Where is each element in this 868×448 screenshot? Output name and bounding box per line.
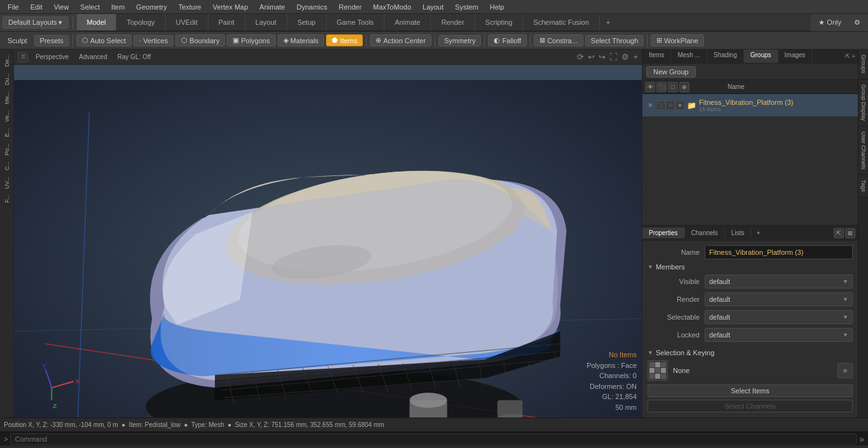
- new-group-button[interactable]: New Group: [646, 66, 696, 78]
- rp-tab-groups[interactable]: Groups: [744, 50, 778, 63]
- group-sm-icon1[interactable]: ⬛: [656, 101, 665, 110]
- prop-selectable-select[interactable]: default ▼: [705, 310, 853, 324]
- tab-topology[interactable]: Topology: [116, 14, 165, 31]
- tab-setup[interactable]: Setup: [287, 14, 327, 31]
- menu-select[interactable]: Select: [75, 2, 105, 12]
- ls-item-uv[interactable]: UV...: [3, 174, 11, 191]
- gl-render-icon[interactable]: ⬛: [656, 82, 667, 92]
- rs-user-channels-label[interactable]: User Channels: [858, 126, 868, 175]
- presets-button[interactable]: Presets: [34, 35, 69, 46]
- rp-plus-icon[interactable]: +: [851, 53, 855, 60]
- rp-expand-icon[interactable]: ⇱: [845, 53, 850, 60]
- constraints-button[interactable]: ⊠ Constra...: [534, 34, 583, 46]
- vertices-button[interactable]: · Vertices: [133, 35, 173, 46]
- sk-section-header[interactable]: ▼ Selection & Keying: [648, 349, 853, 356]
- ls-item-me[interactable]: Me...: [3, 89, 11, 107]
- ls-item-f[interactable]: F...: [3, 193, 11, 205]
- pt-expand-icon[interactable]: ⇱: [834, 228, 844, 238]
- group-sm-icon2[interactable]: □: [666, 101, 675, 110]
- viewport-menu-icon[interactable]: ☰: [18, 52, 28, 62]
- rs-tags-label[interactable]: Tags: [858, 175, 868, 198]
- menu-item[interactable]: Item: [106, 2, 130, 12]
- pt-tab-properties[interactable]: Properties: [642, 227, 685, 238]
- prop-members-section[interactable]: ▼ Members: [642, 261, 858, 273]
- menu-edit[interactable]: Edit: [25, 2, 48, 12]
- group-item[interactable]: 👁 ⬛ □ ⊕ 📁 Fitness_Vibration_Platform (3)…: [642, 94, 858, 117]
- menu-dynamics[interactable]: Dynamics: [292, 2, 332, 12]
- sk-expand-button[interactable]: »: [837, 363, 853, 378]
- group-list[interactable]: 👁 ⬛ □ ⊕ 📁 Fitness_Vibration_Platform (3)…: [642, 94, 858, 225]
- tab-uvedit[interactable]: UVEdit: [166, 14, 208, 31]
- tab-paint[interactable]: Paint: [208, 14, 245, 31]
- items-button[interactable]: ⬟ Items: [326, 34, 363, 46]
- menu-animate[interactable]: Animate: [254, 2, 290, 12]
- viewport-maximize-icon[interactable]: ⛶: [609, 52, 618, 62]
- auto-select-button[interactable]: ⬡ Auto Select: [76, 34, 132, 46]
- pt-tab-channels[interactable]: Channels: [685, 227, 725, 238]
- menu-maxtomodo[interactable]: MaxToModo: [368, 2, 416, 12]
- boundary-button[interactable]: ⬡ Boundary: [175, 34, 225, 46]
- group-eye-icon[interactable]: 👁: [645, 100, 655, 111]
- viewport[interactable]: ☰ Perspective Advanced Ray GL: Off ⟳ ↩ ↪…: [14, 50, 642, 417]
- tab-animate[interactable]: Animate: [384, 14, 431, 31]
- menu-vertex-map[interactable]: Vertex Map: [208, 2, 254, 12]
- viewport-rotate-icon[interactable]: ⟳: [577, 52, 584, 62]
- viewport-perspective[interactable]: Perspective: [33, 52, 71, 62]
- tab-plus[interactable]: +: [600, 16, 616, 29]
- rs-groups-label[interactable]: Groups: [858, 50, 868, 79]
- menu-file[interactable]: File: [3, 2, 24, 12]
- prop-name-input[interactable]: [705, 245, 853, 259]
- viewport-redo-icon[interactable]: ↪: [599, 52, 606, 62]
- ls-item-c[interactable]: C...: [3, 159, 11, 173]
- select-items-button[interactable]: Select Items: [648, 384, 853, 397]
- gl-display-icon[interactable]: □: [668, 82, 678, 92]
- symmetry-button[interactable]: Symmetry: [438, 35, 482, 46]
- action-center-button[interactable]: ⊕ Action Center: [370, 34, 431, 46]
- ls-item-du[interactable]: Du...: [3, 71, 11, 88]
- layouts-dropdown[interactable]: Default Layouts ▾: [3, 17, 69, 29]
- viewport-advanced[interactable]: Advanced: [76, 52, 109, 62]
- pt-shrink-icon[interactable]: ⊠: [845, 228, 855, 238]
- only-button[interactable]: ★ Only: [813, 17, 846, 28]
- menu-system[interactable]: System: [450, 2, 484, 12]
- ls-item-po[interactable]: Po...: [3, 141, 11, 158]
- prop-render-select[interactable]: default ▼: [705, 292, 853, 306]
- polygons-button[interactable]: ▣ Polygons: [227, 34, 275, 46]
- viewport-settings-icon[interactable]: ⚙: [621, 52, 629, 62]
- select-through-button[interactable]: Select Through: [585, 35, 644, 46]
- sk-none-icon-box[interactable]: [648, 360, 668, 381]
- menu-render[interactable]: Render: [334, 2, 367, 12]
- tab-game-tools[interactable]: Game Tools: [327, 14, 385, 31]
- tab-scripting[interactable]: Scripting: [475, 14, 524, 31]
- rs-group-display-label[interactable]: Group Display: [858, 79, 868, 126]
- ls-item-e[interactable]: E...: [3, 126, 11, 140]
- settings-icon[interactable]: ⚙: [849, 17, 865, 28]
- sculpt-button[interactable]: Sculpt: [3, 36, 32, 46]
- viewport-ray-gl[interactable]: Ray GL: Off: [115, 52, 154, 62]
- tab-schematic[interactable]: Schematic Fusion: [523, 14, 599, 31]
- menu-help[interactable]: Help: [485, 2, 510, 12]
- menu-texture[interactable]: Texture: [173, 2, 207, 12]
- rp-tab-items[interactable]: Items: [642, 50, 671, 63]
- tab-layout[interactable]: Layout: [245, 14, 287, 31]
- rp-tab-shading[interactable]: Shading: [707, 50, 744, 63]
- group-sm-icon3[interactable]: ⊕: [675, 101, 684, 110]
- tab-render[interactable]: Render: [431, 14, 475, 31]
- viewport-plus-icon[interactable]: +: [633, 52, 638, 62]
- workplane-button[interactable]: ⊞ WorkPlane: [651, 34, 704, 46]
- prop-visible-select[interactable]: default ▼: [705, 275, 853, 288]
- ls-item-ve[interactable]: Ve...: [3, 108, 11, 125]
- prop-locked-select[interactable]: default ▼: [705, 328, 853, 342]
- ls-item-de[interactable]: De...: [3, 52, 11, 69]
- tab-model[interactable]: Model: [77, 14, 117, 31]
- command-input[interactable]: [10, 433, 857, 445]
- menu-layout[interactable]: Layout: [417, 2, 449, 12]
- gl-eye-icon[interactable]: 👁: [645, 82, 655, 92]
- gl-lock-icon[interactable]: ⊕: [679, 82, 689, 92]
- menu-geometry[interactable]: Geometry: [131, 2, 172, 12]
- cmd-arrow-icon[interactable]: »: [859, 434, 864, 444]
- rp-tab-mesh[interactable]: Mesh ...: [671, 50, 707, 63]
- rp-tab-images[interactable]: Images: [778, 50, 813, 63]
- viewport-3d[interactable]: X Y Z No Items Polygons : Face Channels:…: [14, 65, 642, 417]
- pt-tab-lists[interactable]: Lists: [725, 227, 752, 238]
